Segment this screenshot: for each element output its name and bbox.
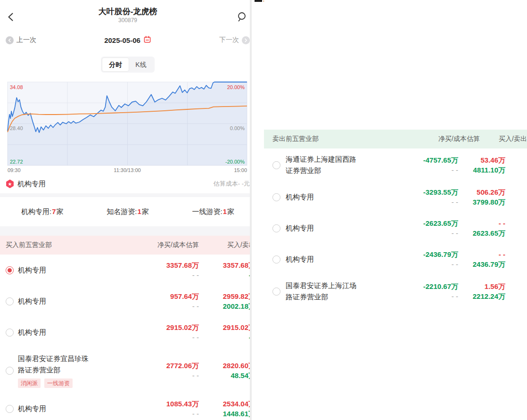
sell-table-header: 卖出前五营业部 净买/成本估算 买入/卖出	[264, 130, 527, 148]
broker-row[interactable]: 机构专用 3357.68万- - 3357.68万- -	[0, 255, 250, 286]
net-buy-value: 957.64万	[91, 291, 199, 301]
date-picker[interactable]: 2025-05-06	[104, 35, 151, 45]
lhb-detail-panel: 大叶股份-龙虎榜 300879 上一次 2025-05-06	[0, 0, 250, 420]
net-buy-value: -4757.65万	[359, 155, 458, 165]
sell-value: - -	[199, 332, 250, 342]
buy-value: 53.46万	[458, 155, 505, 165]
search-icon[interactable]	[237, 11, 248, 23]
seat-stats-row: 机构专用:7家 知名游资:1家 一线游资:1家	[0, 197, 250, 226]
header-sell-branches: 卖出前五营业部	[264, 135, 360, 143]
tab-kline[interactable]: K线	[129, 58, 153, 71]
buy-value: 2820.60万	[199, 361, 250, 371]
stat-famous-hotmoney: 知名游资:1家	[107, 207, 149, 216]
net-buy-value: -3293.55万	[359, 187, 458, 197]
calendar-icon[interactable]	[143, 35, 151, 45]
cost-estimate-value: - -	[91, 371, 199, 380]
tab-minute[interactable]: 分时	[102, 58, 129, 71]
current-date: 2025-05-06	[104, 36, 140, 44]
back-icon[interactable]	[6, 11, 17, 23]
broker-row[interactable]: 机构专用 1085.43万- - 2534.04万1448.61万	[0, 393, 250, 420]
broker-name: 海通证券上海建国西路证券营业部	[286, 154, 359, 176]
buy-value: - -	[458, 218, 505, 228]
broker-name: 机构专用	[18, 327, 91, 338]
page-title: 大叶股份-龙虎榜	[0, 7, 250, 17]
radio-button[interactable]	[272, 224, 280, 232]
broker-row[interactable]: 国泰君安证券宜昌珍珠路证券营业部 消闲派 一线游资 2772.06万- - 28…	[0, 348, 250, 393]
cost-estimate-value: - -	[91, 301, 199, 311]
cost-estimate-value: - -	[91, 332, 199, 342]
broker-row[interactable]: 机构专用 -2436.79万- - - -2436.79万	[264, 244, 505, 275]
buy-value: 1.56万	[458, 281, 505, 291]
broker-name: 机构专用	[286, 222, 359, 234]
prev-date-button[interactable]: 上一次	[6, 36, 36, 44]
app-root: 大叶股份-龙虎榜 300879 上一次 2025-05-06	[0, 0, 527, 420]
buy-top5-table: 买入前五营业部 净买/成本估算 买入/卖出 机构专用 3357.68万- - 3…	[0, 236, 250, 420]
institution-badge-icon: ★	[6, 180, 14, 188]
x-label-open: 09:30	[8, 167, 21, 173]
radio-button[interactable]	[272, 255, 280, 264]
minute-chart[interactable]: 34.08 20.00% 28.40 0.00% 22.72 -20.00% 0…	[0, 78, 250, 174]
cost-estimate-value: - -	[359, 165, 458, 175]
next-date-label: 下一次	[219, 36, 239, 44]
radio-button[interactable]	[6, 266, 14, 274]
broker-row[interactable]: 海通证券上海建国西路证券营业部 -4757.65万- - 53.46万4811.…	[264, 148, 505, 181]
header-buy-sell: 买入/卖出	[480, 135, 527, 143]
broker-row[interactable]: 机构专用 957.64万- - 2959.82万2002.18万	[0, 286, 250, 317]
y-label-mid: 28.40	[10, 125, 23, 131]
broker-name: 国泰君安证券宜昌珍珠路证券营业部	[18, 353, 91, 376]
radio-button[interactable]	[272, 288, 280, 296]
header-net-cost: 净买/成本估算	[360, 135, 480, 143]
stat-firstline-hotmoney: 一线游资:1家	[192, 207, 234, 216]
section-divider	[0, 226, 250, 236]
next-date-button[interactable]: 下一次	[219, 36, 250, 44]
estimated-cost-label: 估算成本- -元	[214, 180, 250, 188]
hotmoney-tag: 一线游资	[44, 379, 73, 388]
radio-button[interactable]	[6, 367, 14, 375]
radio-button[interactable]	[6, 405, 14, 413]
broker-row[interactable]: 国泰君安证券上海江场路证券营业部 -2210.67万- - 1.56万2212.…	[264, 275, 505, 308]
header-net-cost: 净买/成本估算	[86, 241, 199, 249]
buy-table-header: 买入前五营业部 净买/成本估算 买入/卖出	[0, 236, 250, 255]
radio-button[interactable]	[6, 297, 14, 305]
cost-estimate-value: - -	[359, 197, 458, 207]
navbar: 大叶股份-龙虎榜 300879	[0, 0, 250, 28]
stat-institution: 机构专用:7家	[21, 207, 64, 216]
section-divider	[0, 193, 250, 197]
broker-row[interactable]: 机构专用 -3293.55万- - 506.26万3799.80万	[264, 181, 505, 213]
institution-badge-label: 机构专用	[17, 180, 46, 189]
buy-value: 2959.82万	[199, 291, 250, 301]
top-seat-row: ★ 机构专用 估算成本- -元	[0, 174, 250, 193]
cost-estimate-value: - -	[359, 259, 458, 269]
sell-value: 2623.65万	[458, 228, 505, 238]
header-buy-sell: 买入/卖出	[199, 241, 250, 249]
y-label-low: 22.72	[10, 159, 23, 165]
sell-value: 1448.61万	[199, 409, 250, 419]
cost-estimate-value: - -	[91, 270, 199, 280]
hotmoney-tag: 消闲派	[18, 379, 41, 388]
radio-button[interactable]	[272, 161, 280, 169]
header-buy-branches: 买入前五营业部	[0, 241, 86, 249]
prev-date-label: 上一次	[16, 36, 36, 44]
sell-value: 3799.80万	[458, 197, 505, 207]
cost-estimate-value: - -	[359, 291, 458, 301]
radio-button[interactable]	[272, 193, 280, 201]
x-label-close: 15:00	[234, 167, 247, 173]
broker-name: 机构专用	[286, 191, 359, 203]
pct-label-low: -20.00%	[225, 159, 245, 165]
net-buy-value: 2772.06万	[91, 361, 199, 371]
broker-name: 机构专用	[18, 403, 91, 414]
broker-row[interactable]: 机构专用 2915.02万- - 2915.02万- -	[0, 317, 250, 348]
panel-divider	[250, 0, 252, 420]
net-buy-value: 1085.43万	[91, 399, 199, 409]
broker-row[interactable]: 机构专用 -2623.65万- - - -2623.65万	[264, 213, 505, 244]
broker-name: 机构专用	[18, 296, 91, 307]
buy-value: 2534.04万	[199, 399, 250, 409]
net-buy-value: 3357.68万	[91, 260, 199, 270]
sell-top5-table: 卖出前五营业部 净买/成本估算 买入/卖出 海通证券上海建国西路证券营业部 -4…	[264, 130, 527, 308]
radio-button[interactable]	[6, 329, 14, 337]
sell-value: - -	[199, 270, 250, 280]
broker-name: 机构专用	[18, 264, 91, 276]
chevron-right-circle-icon	[242, 36, 250, 44]
broker-name: 机构专用	[286, 254, 359, 265]
sell-value: 2002.18万	[199, 301, 250, 311]
